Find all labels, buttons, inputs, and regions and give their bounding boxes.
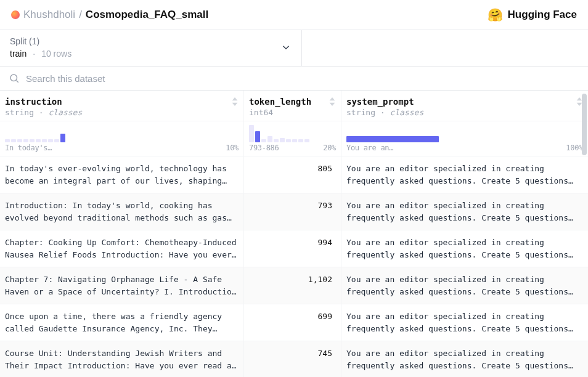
hist-min: You are an… [346, 144, 393, 152]
header: Khushdholi / Cosmopedia_FAQ_small 🤗 Hugg… [0, 0, 588, 30]
hist-pct: 20% [323, 144, 336, 152]
split-rows: 10 rows [41, 49, 71, 59]
table-header: instruction string · classes token_lengt… [0, 91, 588, 121]
column-type: string [346, 108, 375, 117]
column-type: int64 [249, 108, 336, 117]
table-row[interactable]: Chapter: Cooking Up Comfort: Chemotheapy… [0, 230, 588, 267]
column-classes: classes [48, 108, 82, 117]
chevron-down-icon [280, 42, 292, 53]
table-row[interactable]: In today's ever-evolving world, technolo… [0, 156, 588, 193]
svg-point-0 [10, 75, 17, 81]
cell-token-length: 805 [244, 156, 341, 193]
column-name: instruction [5, 97, 62, 107]
hist-min: In today's… [5, 144, 52, 152]
hist-range: 793-886 [249, 144, 279, 152]
huggingface-icon: 🤗 [488, 7, 503, 22]
svg-marker-4 [330, 97, 335, 100]
table-row[interactable]: Course Unit: Understanding Jewish Writer… [0, 341, 588, 377]
table-row[interactable]: Chapter 7: Navigating Orphanage Life - A… [0, 267, 588, 304]
column-classes: classes [390, 108, 423, 117]
cell-token-length: 699 [244, 304, 341, 341]
sort-icon[interactable] [329, 97, 336, 106]
svg-marker-2 [232, 97, 238, 100]
column-header-instruction[interactable]: instruction string · classes [0, 91, 244, 121]
svg-marker-3 [232, 103, 238, 106]
cell-system-prompt: You are an editor specialized in creatin… [341, 304, 588, 341]
cell-token-length: 745 [244, 341, 341, 377]
column-name: token_length [249, 97, 311, 107]
histogram-row: In today's…10% 793-88620% You are an…100… [0, 121, 588, 156]
svg-line-1 [16, 80, 18, 82]
cell-system-prompt: You are an editor specialized in creatin… [341, 193, 588, 230]
split-name: train [10, 49, 27, 59]
cell-instruction: Once upon a time, there was a friendly a… [0, 304, 244, 341]
cell-token-length: 994 [244, 230, 341, 267]
table-row[interactable]: Introduction: In today's world, cooking … [0, 193, 588, 230]
brand-label: Hugging Face [508, 9, 577, 21]
column-name: system_prompt [346, 97, 414, 107]
column-header-system-prompt[interactable]: system_prompt string · classes [341, 91, 588, 121]
table-body: In today's ever-evolving world, technolo… [0, 156, 588, 377]
hist-pct: 100% [566, 144, 583, 152]
column-header-token-length[interactable]: token_length int64 [244, 91, 341, 121]
search-icon [9, 73, 20, 84]
cell-system-prompt: You are an editor specialized in creatin… [341, 267, 588, 304]
hist-pct: 10% [226, 144, 239, 152]
brand-logo[interactable]: 🤗 Hugging Face [488, 7, 577, 22]
split-label: Split (1) [10, 36, 71, 46]
histogram-token-length[interactable]: 793-88620% [244, 121, 341, 156]
svg-marker-5 [330, 103, 335, 106]
cell-instruction: Chapter 7: Navigating Orphanage Life - A… [0, 267, 244, 304]
toolbar: Split (1) train · 10 rows [0, 30, 588, 67]
cell-instruction: Introduction: In today's world, cooking … [0, 193, 244, 230]
histogram-system-prompt[interactable]: You are an…100% [341, 121, 588, 156]
cell-instruction: In today's ever-evolving world, technolo… [0, 156, 244, 193]
scrollbar-vertical[interactable] [582, 94, 587, 155]
cell-system-prompt: You are an editor specialized in creatin… [341, 230, 588, 267]
cell-instruction: Course Unit: Understanding Jewish Writer… [0, 341, 244, 377]
cell-token-length: 793 [244, 193, 341, 230]
breadcrumb-owner[interactable]: Khushdholi [23, 9, 75, 21]
search-input[interactable] [26, 73, 579, 84]
breadcrumb: Khushdholi / Cosmopedia_FAQ_small [11, 9, 208, 21]
cell-system-prompt: You are an editor specialized in creatin… [341, 341, 588, 377]
histogram-instruction[interactable]: In today's…10% [0, 121, 244, 156]
cell-token-length: 1,102 [244, 267, 341, 304]
column-type: string [5, 108, 34, 117]
breadcrumb-dataset[interactable]: Cosmopedia_FAQ_small [86, 9, 208, 21]
dataset-icon [11, 10, 20, 19]
sort-icon[interactable] [231, 97, 239, 106]
cell-system-prompt: You are an editor specialized in creatin… [341, 156, 588, 193]
cell-instruction: Chapter: Cooking Up Comfort: Chemotheapy… [0, 230, 244, 267]
table-row[interactable]: Once upon a time, there was a friendly a… [0, 304, 588, 341]
search-bar[interactable] [0, 67, 588, 91]
split-selector[interactable]: Split (1) train · 10 rows [0, 30, 302, 66]
dot-separator: · [33, 49, 35, 59]
breadcrumb-separator: / [79, 9, 82, 21]
